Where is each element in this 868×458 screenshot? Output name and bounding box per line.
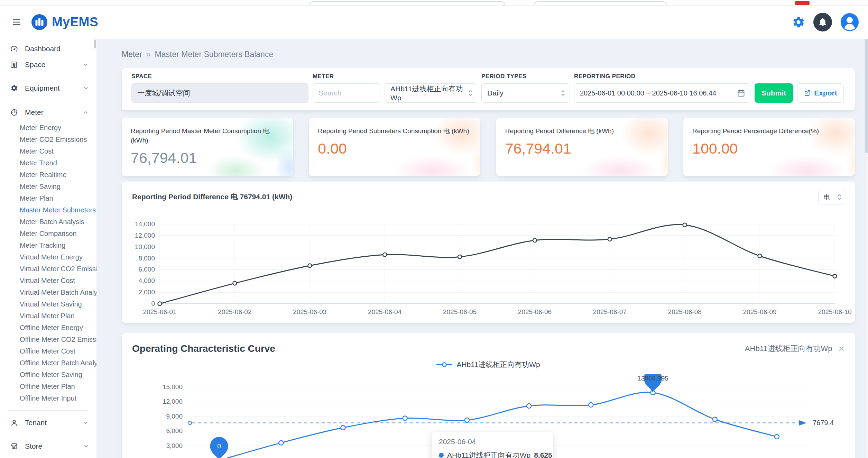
sidebar-subitem-offline-meter-saving[interactable]: Offline Meter Saving (0, 369, 96, 381)
series-name-label: AHb11进线柜正向有功Wp (745, 344, 832, 354)
sidebar-subitem-offline-meter-energy[interactable]: Offline Meter Energy (0, 322, 96, 333)
stat-card-value: 0.00 (318, 140, 471, 157)
reporting-period-field-group: REPORTING PERIOD 2025-06-01 00:00:00 ~ 2… (574, 73, 750, 103)
sidebar-item-label: Dashboard (25, 45, 61, 53)
stat-card-value: 76,794.01 (505, 140, 659, 157)
chart2-title: Operating Characteristic Curve (132, 343, 275, 354)
sidebar-item-meter[interactable]: Meter (0, 104, 96, 120)
space-input[interactable] (131, 83, 308, 103)
sidebar-item-store[interactable]: Store (0, 438, 96, 454)
space-label: SPACE (131, 73, 308, 80)
gauge-icon (10, 44, 19, 53)
sidebar-subitem-meter-realtime[interactable]: Meter Realtime (0, 169, 96, 181)
sidebar-item-label: Store (25, 442, 42, 450)
browser-tab[interactable] (309, 1, 505, 6)
sidebar-subitem-virtual-meter-saving[interactable]: Virtual Meter Saving (0, 298, 96, 310)
sidebar-subitem-offline-meter-cost[interactable]: Offline Meter Cost (0, 345, 96, 357)
person-icon (10, 418, 19, 427)
sidebar-subitem-meter-comparison[interactable]: Meter Comparison (0, 228, 96, 239)
export-label: Export (814, 89, 837, 97)
sidebar-subitem-meter-energy[interactable]: Meter Energy (0, 122, 96, 134)
space-field-group: SPACE (131, 73, 308, 103)
tooltip-date: 2025-06-04 (439, 438, 546, 446)
breadcrumb-separator: » (146, 50, 151, 59)
chevron-down-icon (83, 443, 89, 449)
sidebar-item-label: Space (25, 61, 46, 69)
stat-card-value: 76,794.01 (131, 149, 284, 166)
sidebar-subitem-meter-tracking[interactable]: Meter Tracking (0, 239, 96, 251)
svg-text:10,000: 10,000 (135, 243, 155, 250)
series-dot-icon (439, 453, 444, 458)
svg-text:2025-06-02: 2025-06-02 (218, 308, 251, 315)
breadcrumb: Meter » Master Meter Submeters Balance (122, 49, 865, 59)
chevron-down-icon (83, 420, 89, 426)
sidebar-item-label: Equipment (25, 84, 59, 92)
sidebar-subitem-virtual-meter-batch-analysis[interactable]: Virtual Meter Batch Analysis (0, 286, 96, 298)
sidebar-subitem-master-meter-submeters-balance[interactable]: Master Meter Submeters Balance (0, 204, 96, 216)
sidebar-subitem-virtual-meter-energy[interactable]: Virtual Meter Energy (0, 251, 96, 263)
period-types-label: PERIOD TYPES (481, 73, 570, 80)
energy-category-select[interactable]: 电 (818, 190, 845, 204)
tooltip-row: AHb11进线柜正向有功Wp 8,625 (439, 450, 546, 458)
browser-tab[interactable] (534, 1, 667, 6)
svg-text:6,000: 6,000 (166, 427, 183, 434)
user-avatar-icon[interactable] (840, 13, 859, 31)
browser-record-indicator (795, 1, 810, 5)
svg-text:2025-06-08: 2025-06-08 (668, 308, 702, 315)
sidebar-subitem-meter-batch-analysis[interactable]: Meter Batch Analysis (0, 216, 96, 228)
sidebar-subitem-meter-co2-emissions[interactable]: Meter CO2 Emissions (0, 134, 96, 145)
difference-line-chart[interactable]: 02,0004,0006,0008,00010,00012,00014,0002… (122, 209, 855, 323)
scrollbar-thumb[interactable] (865, 39, 868, 153)
sidebar-subitem-offline-meter-co2-emissions[interactable]: Offline Meter CO2 Emissions (0, 333, 96, 345)
sidebar-scrollbar-thumb[interactable] (94, 39, 96, 48)
sidebar-subitem-offline-meter-plan[interactable]: Offline Meter Plan (0, 381, 96, 392)
sidebar-item-tenant[interactable]: Tenant (0, 415, 96, 431)
select-caret-icon (561, 89, 565, 97)
stat-card-value: 100.00 (692, 140, 846, 157)
myems-logo[interactable]: MyEMS (31, 14, 98, 30)
stat-card-2: Reporting Period Submeters Consumption 电… (309, 118, 480, 176)
stat-card-title: Reporting Period Submeters Consumption 电… (318, 126, 471, 136)
main-content: Meter » Master Meter Submeters Balance S… (97, 39, 865, 458)
sidebar-subitem-meter-saving[interactable]: Meter Saving (0, 181, 96, 192)
submit-button[interactable]: Submit (755, 83, 793, 103)
reporting-period-difference-chart-card: Reporting Period Difference 电 76794.01 (… (122, 182, 855, 323)
gear-icon[interactable] (792, 16, 805, 29)
reporting-period-value: 2025-06-01 00:00:00 ~ 2025-06-10 16:06:4… (580, 89, 716, 97)
sidebar-item-dashboard[interactable]: Dashboard (0, 41, 96, 57)
meter-field-group: METER AHb11进线柜正向有功Wp (313, 73, 477, 103)
page-scrollbar[interactable] (865, 39, 868, 458)
sidebar-subitem-meter-trend[interactable]: Meter Trend (0, 157, 96, 169)
export-icon (804, 90, 811, 97)
energy-category-value: 电 (823, 193, 830, 202)
stat-card-title: Reporting Period Percentage Difference(%… (692, 126, 846, 136)
bell-icon[interactable] (813, 13, 832, 31)
sidebar-divider (8, 410, 88, 411)
svg-text:6,000: 6,000 (138, 266, 155, 273)
sidebar-item-equipment[interactable]: Equipment (0, 80, 96, 96)
sidebar-subitem-virtual-meter-cost[interactable]: Virtual Meter Cost (0, 275, 96, 286)
brand-name: MyEMS (52, 15, 98, 29)
export-button[interactable]: Export (797, 83, 844, 103)
sidebar-subitem-offline-meter-input[interactable]: Offline Meter Input (0, 392, 96, 404)
sidebar-subitem-meter-cost[interactable]: Meter Cost (0, 145, 96, 157)
sidebar-subitem-meter-plan[interactable]: Meter Plan (0, 192, 96, 204)
sidebar-subitem-offline-meter-batch-analysis[interactable]: Offline Meter Batch Analysis (0, 357, 96, 369)
svg-text:15,000: 15,000 (163, 383, 183, 391)
sidebar-subitem-virtual-meter-plan[interactable]: Virtual Meter Plan (0, 310, 96, 322)
chart2-legend[interactable]: AHb11进线柜正向有功Wp (122, 360, 855, 369)
sidebar-subitem-virtual-meter-co2-emissions[interactable]: Virtual Meter CO2 Emissions (0, 263, 96, 275)
stat-card-title: Reporting Period Difference 电 (kWh) (505, 126, 659, 136)
meter-select[interactable]: AHb11进线柜正向有功Wp (385, 83, 477, 103)
operating-characteristic-curve-card: Operating Characteristic Curve AHb11进线柜正… (122, 333, 855, 458)
reporting-period-input[interactable]: 2025-06-01 00:00:00 ~ 2025-06-10 16:06:4… (574, 83, 750, 103)
close-icon[interactable]: × (838, 344, 844, 354)
breadcrumb-meter[interactable]: Meter (122, 50, 142, 59)
menu-icon[interactable] (12, 17, 21, 27)
stat-card-3: Reporting Period Difference 电 (kWh)76,79… (496, 118, 668, 176)
sidebar-item-space[interactable]: Space (0, 57, 96, 73)
svg-text:9,000: 9,000 (166, 413, 183, 420)
period-type-select[interactable]: Daily (481, 83, 570, 103)
meter-search-input[interactable] (313, 83, 380, 103)
stat-card-4: Reporting Period Percentage Difference(%… (683, 118, 855, 176)
